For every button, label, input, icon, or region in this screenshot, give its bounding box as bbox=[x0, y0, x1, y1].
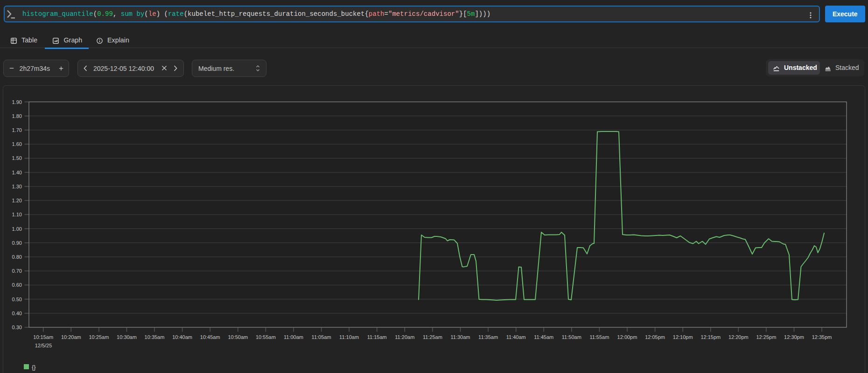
svg-text:10:20am: 10:20am bbox=[61, 334, 81, 340]
svg-text:10:50am: 10:50am bbox=[228, 334, 248, 340]
svg-text:1.20: 1.20 bbox=[12, 198, 21, 203]
svg-text:0.40: 0.40 bbox=[12, 311, 21, 316]
svg-text:1.50: 1.50 bbox=[12, 155, 21, 161]
svg-text:11:05am: 11:05am bbox=[312, 334, 331, 340]
svg-text:1.40: 1.40 bbox=[12, 170, 21, 175]
svg-text:1.00: 1.00 bbox=[12, 226, 21, 232]
svg-text:12:35pm: 12:35pm bbox=[812, 334, 832, 340]
svg-text:1.80: 1.80 bbox=[12, 113, 21, 119]
svg-text:11:35am: 11:35am bbox=[478, 334, 498, 340]
svg-text:12:20pm: 12:20pm bbox=[728, 334, 749, 340]
svg-text:12/5/25: 12/5/25 bbox=[35, 343, 52, 348]
svg-text:0.70: 0.70 bbox=[12, 268, 21, 274]
svg-text:12:05pm: 12:05pm bbox=[645, 334, 665, 340]
svg-text:12:30pm: 12:30pm bbox=[784, 334, 804, 340]
svg-text:0.80: 0.80 bbox=[12, 254, 21, 260]
svg-text:1.30: 1.30 bbox=[12, 184, 21, 189]
svg-text:12:10pm: 12:10pm bbox=[673, 334, 693, 340]
svg-text:0.30: 0.30 bbox=[12, 325, 21, 330]
svg-text:10:25am: 10:25am bbox=[89, 334, 109, 340]
svg-text:11:00am: 11:00am bbox=[284, 334, 303, 340]
svg-text:11:40am: 11:40am bbox=[506, 334, 526, 340]
svg-text:11:20am: 11:20am bbox=[395, 334, 414, 340]
svg-text:11:25am: 11:25am bbox=[423, 334, 442, 340]
svg-text:1.70: 1.70 bbox=[12, 127, 21, 133]
svg-text:0.50: 0.50 bbox=[12, 297, 21, 302]
svg-text:10:40am: 10:40am bbox=[172, 334, 192, 340]
svg-text:10:55am: 10:55am bbox=[256, 334, 276, 340]
svg-text:0.90: 0.90 bbox=[12, 240, 21, 246]
svg-text:10:35am: 10:35am bbox=[145, 334, 165, 340]
svg-text:10:30am: 10:30am bbox=[117, 334, 137, 340]
svg-text:{}: {} bbox=[32, 364, 36, 371]
svg-text:11:30am: 11:30am bbox=[451, 334, 470, 340]
svg-text:0.60: 0.60 bbox=[12, 282, 21, 288]
svg-text:11:55am: 11:55am bbox=[589, 334, 609, 340]
svg-text:12:00pm: 12:00pm bbox=[617, 334, 637, 340]
svg-text:10:45am: 10:45am bbox=[200, 334, 220, 340]
svg-text:1.60: 1.60 bbox=[12, 141, 21, 147]
svg-text:12:15pm: 12:15pm bbox=[700, 334, 721, 340]
svg-text:11:45am: 11:45am bbox=[534, 334, 553, 340]
svg-text:12:25pm: 12:25pm bbox=[756, 334, 776, 340]
svg-text:11:50am: 11:50am bbox=[562, 334, 581, 340]
svg-text:11:15am: 11:15am bbox=[367, 334, 387, 340]
svg-text:1.90: 1.90 bbox=[12, 99, 21, 105]
svg-text:1.10: 1.10 bbox=[12, 212, 21, 217]
svg-text:11:10am: 11:10am bbox=[339, 334, 359, 340]
svg-text:10:15am: 10:15am bbox=[33, 334, 53, 340]
